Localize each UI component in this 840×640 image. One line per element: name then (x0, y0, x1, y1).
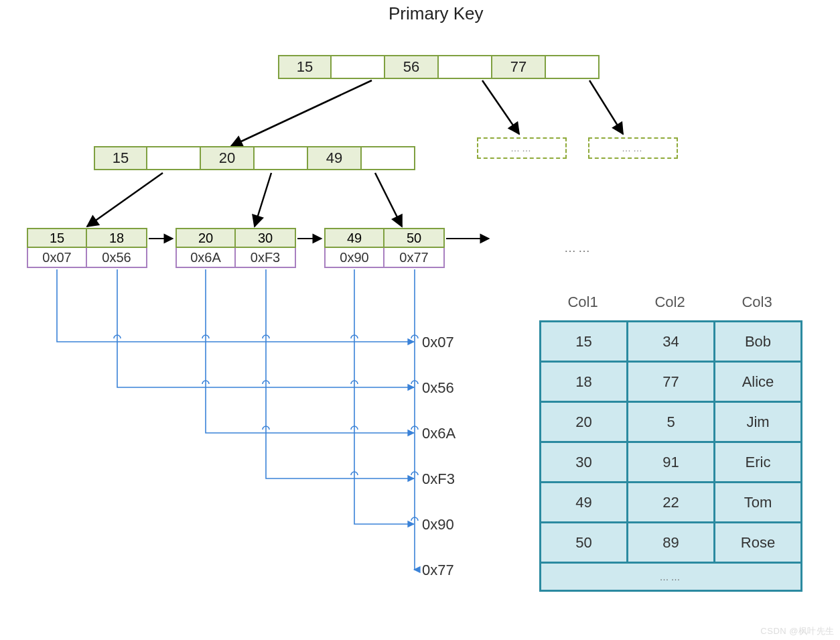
table-cell: 50 (541, 523, 628, 563)
internal-ptr (147, 146, 201, 170)
internal-ptr (255, 146, 308, 170)
svg-line-3 (87, 173, 163, 227)
watermark: CSDN @枫叶先生 (760, 625, 835, 637)
leaf-ptr: 0x6A (176, 248, 236, 268)
table-cell: 22 (628, 483, 715, 523)
table-cell: 91 (628, 442, 715, 483)
address-label: 0x6A (422, 425, 456, 442)
table-row: 50 89 Rose (541, 523, 802, 563)
leaf-ptr: 0xF3 (236, 248, 296, 268)
leaf-key: 49 (324, 228, 384, 248)
table-cell: Eric (715, 442, 802, 483)
root-ptr (546, 55, 600, 79)
table-row-ellipsis: …… (541, 563, 802, 591)
table-cell: 20 (541, 402, 628, 442)
table-ellipsis: …… (541, 563, 802, 591)
leaf-key: 15 (27, 228, 87, 248)
table-cell: 34 (628, 322, 715, 362)
leaf-key: 30 (236, 228, 296, 248)
table-row: 18 77 Alice (541, 362, 802, 402)
root-node: 15 56 77 (278, 55, 600, 79)
table-row: 49 22 Tom (541, 483, 802, 523)
table-cell: Alice (715, 362, 802, 402)
table-cell: Bob (715, 322, 802, 362)
table-cell: Jim (715, 402, 802, 442)
table-row: 30 91 Eric (541, 442, 802, 483)
leaf-ptr: 0x77 (384, 248, 445, 268)
address-label: 0x56 (422, 379, 454, 397)
table-header: Col3 (713, 294, 800, 311)
internal-node: 15 20 49 (94, 146, 415, 170)
address-label: 0xF3 (422, 470, 455, 488)
placeholder-node: …… (588, 137, 678, 159)
table-cell: 77 (628, 362, 715, 402)
table-cell: 5 (628, 402, 715, 442)
root-ptr (332, 55, 385, 79)
leaf-key: 20 (176, 228, 236, 248)
leaf-node: 49 50 0x90 0x77 (324, 228, 445, 268)
table-row: 15 34 Bob (541, 322, 802, 362)
leaf-ptr: 0x07 (27, 248, 87, 268)
table-cell: 15 (541, 322, 628, 362)
internal-key: 15 (94, 146, 147, 170)
svg-line-0 (231, 80, 372, 146)
root-key: 77 (492, 55, 546, 79)
address-label: 0x77 (422, 562, 454, 579)
table-cell: Tom (715, 483, 802, 523)
internal-ptr (362, 146, 415, 170)
root-key: 56 (385, 55, 439, 79)
svg-line-4 (255, 173, 271, 227)
svg-line-1 (482, 80, 519, 134)
internal-key: 49 (308, 146, 362, 170)
svg-line-5 (375, 173, 402, 227)
leaf-key: 50 (384, 228, 445, 248)
table-header: Col2 (626, 294, 713, 311)
internal-key: 20 (201, 146, 255, 170)
leaf-node: 15 18 0x07 0x56 (27, 228, 147, 268)
root-key: 15 (278, 55, 332, 79)
table-header: Col1 (539, 294, 626, 311)
data-table: 15 34 Bob 18 77 Alice 20 5 Jim 30 91 Eri… (539, 320, 802, 592)
diagram-title: Primary Key (389, 3, 484, 24)
leaf-ptr: 0x56 (87, 248, 147, 268)
table-cell: 89 (628, 523, 715, 563)
leaf-key: 18 (87, 228, 147, 248)
address-label: 0x07 (422, 334, 454, 351)
table-cell: 18 (541, 362, 628, 402)
placeholder-node: …… (477, 137, 567, 159)
svg-line-2 (589, 80, 623, 134)
root-ptr (439, 55, 492, 79)
table-cell: 49 (541, 483, 628, 523)
leaf-node: 20 30 0x6A 0xF3 (176, 228, 296, 268)
table-cell: Rose (715, 523, 802, 563)
address-label: 0x90 (422, 516, 454, 533)
table-cell: 30 (541, 442, 628, 483)
leaf-ptr: 0x90 (324, 248, 384, 268)
table-row: 20 5 Jim (541, 402, 802, 442)
leaf-ellipsis: …… (564, 241, 592, 255)
